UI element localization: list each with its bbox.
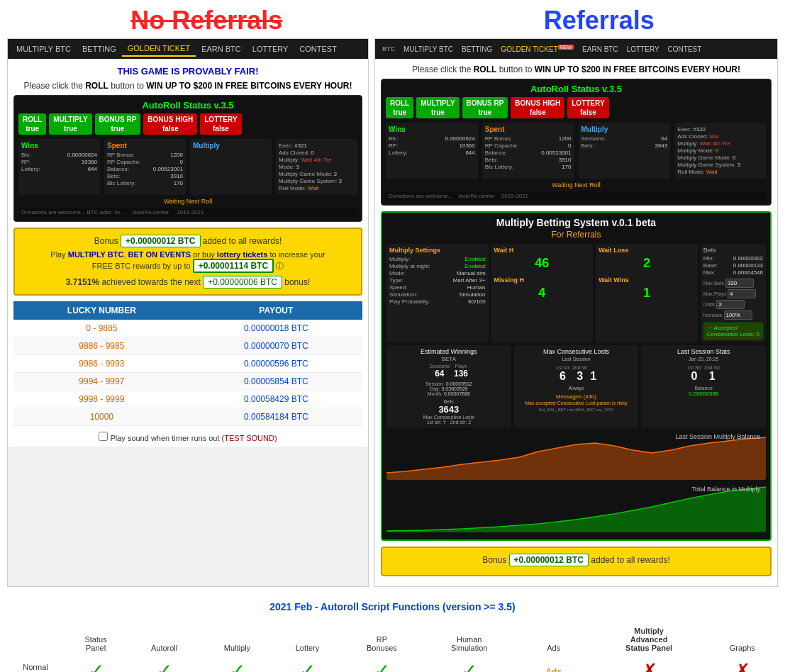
total-balance-chart-label: Total Balance in Multiply: [691, 486, 760, 493]
nav-r-lottery[interactable]: LOTTERY: [623, 43, 664, 56]
right-bonus-line: Bonus +0.00000012 BTC added to all rewar…: [391, 554, 762, 566]
normal-graphs: ✗: [707, 655, 778, 672]
r-toggle-lottery[interactable]: LOTTERYfalse: [567, 97, 608, 118]
wait-wins-val: 1: [599, 286, 695, 301]
col-empty: [7, 624, 64, 655]
comparison-section: 2021 Feb - Autoroll Script Functions (ve…: [0, 587, 785, 672]
col-status-panel: StatusPanel: [64, 624, 128, 655]
r-waiting-msg: Waiting Next Roll: [386, 181, 767, 189]
r-wins-title: Wins: [389, 125, 475, 133]
no-referrals-heading: No Referrals: [130, 6, 282, 35]
payout-value: 0.00584184 BTC: [190, 408, 362, 426]
last-session-chart-label: Last Session Multiply Balance: [675, 433, 760, 440]
col-payout: PAYOUT: [190, 301, 362, 320]
mult-controls-row2: Estimated WinningsBETA Sessions 64 Plays…: [386, 345, 766, 427]
no-referrals-panel: MULTIPLY BTC BETTING GOLDEN TICKET EARN …: [7, 38, 369, 587]
col-lottery: Lottery: [274, 624, 341, 655]
spent-title: Spent: [107, 142, 183, 150]
lucky-range: 9998 - 9999: [13, 391, 190, 408]
nav-multiply[interactable]: MULTIPLY BTC: [11, 42, 77, 56]
autoroll-title: AutoRoll Status v.3.5: [18, 100, 357, 111]
nav-r-btc[interactable]: BTC: [378, 43, 399, 55]
nav-contest[interactable]: CONTEST: [294, 42, 343, 56]
missing-h-val: 4: [494, 286, 591, 301]
wins-title: Wins: [21, 142, 97, 150]
multiply-title: Multiply: [193, 142, 269, 150]
r-toggle-bonus-high[interactable]: BONUS HIGHfalse: [511, 97, 564, 118]
toggle-bonus-high[interactable]: BONUS HIGHfalse: [143, 113, 197, 135]
normal-rp-bonuses: ✓: [341, 655, 422, 672]
nav-golden-ticket[interactable]: GOLDEN TICKET: [122, 41, 196, 57]
normal-multiply-advanced: ✗: [591, 655, 707, 672]
nav-r-golden[interactable]: GOLDEN TICKETNEW: [496, 42, 578, 56]
table-row: 9886 - 99850.00000070 BTC: [13, 337, 362, 355]
odds-input[interactable]: [716, 300, 745, 309]
lucky-range: 9994 - 9997: [13, 373, 190, 391]
lucky-range: 9886 - 9985: [13, 337, 190, 355]
referrals-heading: Referrals: [544, 6, 655, 35]
toggle-multiply[interactable]: MULTIPLYtrue: [49, 113, 91, 135]
nav-r-earn[interactable]: EARN BTC: [578, 43, 623, 56]
r-donation-bar: Donations are welcome... AutoRe.center 2…: [386, 191, 767, 201]
sound-checkbox[interactable]: [99, 432, 108, 441]
test-sound-link[interactable]: (TEST SOUND): [222, 434, 277, 442]
roll-message: Please click the ROLL button to WIN UP T…: [13, 79, 362, 95]
mult-bets-col: Bets Min:0.00000002 Base:0.00000133 Max:…: [701, 244, 766, 342]
max-bets-input[interactable]: [725, 279, 754, 288]
toggle-row: ROLLtrue MULTIPLYtrue BONUS RPtrue BONUS…: [18, 113, 357, 135]
comparison-title: 2021 Feb - Autoroll Script Functions (ve…: [7, 601, 778, 612]
r-wins-col: Wins Btc:0.00000624 RP:10360 Lottery:644: [386, 123, 478, 179]
r-toggle-multiply[interactable]: MULTIPLYtrue: [416, 97, 459, 118]
mult-controls-row1: Multiply Settings Multiply:Enabled Multi…: [386, 244, 766, 342]
max-plays-input[interactable]: [728, 289, 756, 298]
wins-col: Wins Btc:0.00000624 RP:10360 Lottery:644: [18, 139, 100, 195]
col-autoroll: Autoroll: [128, 624, 201, 655]
exec-col: Exec: #321 Ads Closed: 0 Multiply: Wait …: [276, 139, 357, 195]
next-bonus-amount: +0.00000006 BTC: [203, 276, 282, 289]
toggle-lottery[interactable]: LOTTERYfalse: [200, 113, 241, 135]
sound-check-label[interactable]: Play sound when timer runs out (TEST SOU…: [99, 434, 277, 442]
col-human-sim: HumanSimulation: [423, 624, 516, 655]
nav-r-contest[interactable]: CONTEST: [664, 43, 706, 56]
right-nav-bar: BTC MULTIPLY BTC BETTING GOLDEN TICKETNE…: [375, 39, 777, 59]
referrals-panel: BTC MULTIPLY BTC BETTING GOLDEN TICKETNE…: [374, 38, 778, 587]
multiply-link[interactable]: MULTIPLY BTC: [68, 250, 124, 259]
r-spent-title: Spent: [485, 125, 572, 133]
toggle-roll[interactable]: ROLLtrue: [18, 113, 46, 135]
bets-title: Bets: [703, 247, 763, 254]
nav-earn[interactable]: EARN BTC: [196, 42, 247, 56]
right-toggle-row: ROLLtrue MULTIPLYtrue BONUS RPtrue BONUS…: [386, 97, 767, 118]
nav-betting[interactable]: BETTING: [77, 42, 122, 56]
mult-wait-col: Wait H 46 Missing H 4: [491, 244, 594, 342]
left-panel-content: THIS GAME IS PROVABLY FAIR! Please click…: [8, 59, 368, 447]
nav-r-betting[interactable]: BETTING: [457, 43, 496, 56]
normal-human-sim: ✓: [423, 655, 516, 672]
lucky-range: 10000: [13, 408, 190, 426]
wait-h-title: Wait H: [494, 247, 591, 254]
bonus-amount: +0.00000012 BTC: [121, 235, 200, 247]
payout-value: 0.00058429 BTC: [190, 391, 362, 408]
bet-link[interactable]: BET ON EVENTS: [128, 250, 191, 259]
waiting-msg: Waiting Next Roll: [18, 198, 357, 205]
r-toggle-bonus-rp[interactable]: BONUS RPtrue: [462, 97, 508, 118]
col-multiply: Multiply: [201, 624, 274, 655]
right-status-grid: Wins Btc:0.00000624 RP:10360 Lottery:644…: [386, 123, 767, 179]
increase-input[interactable]: [724, 310, 752, 320]
missing-h-title: Missing H: [494, 276, 591, 284]
normal-status-panel: ✓: [64, 655, 128, 672]
toggle-bonus-rp[interactable]: BONUS RPtrue: [95, 113, 141, 135]
table-row: 9994 - 99970.00005854 BTC: [13, 373, 362, 391]
nav-lottery[interactable]: LOTTERY: [247, 42, 294, 56]
right-bonus-amount: +0.00000012 BTC: [509, 554, 589, 566]
normal-user-row: NormalUser ✓ ✓ ✓ ✓ ✓ ✓ Ads ✗ ✗: [7, 655, 778, 672]
total-balance-chart: Total Balance in Multiply: [386, 483, 766, 532]
lottery-link[interactable]: lottery tickets: [217, 250, 268, 259]
last-session-chart: Last Session Multiply Balance: [386, 430, 766, 480]
r-toggle-roll[interactable]: ROLLtrue: [386, 97, 413, 118]
accepted-btn[interactable]: → AcceptedConsecutive Losts: 5: [703, 323, 763, 340]
normal-autoroll: ✓: [128, 655, 201, 672]
wait-wins-title: Wait Wins: [599, 276, 695, 284]
max-consecutive-col: Max Consecutive LostsLast Session 1st st…: [514, 345, 639, 427]
table-row: 9998 - 99990.00058429 BTC: [13, 391, 362, 408]
nav-r-multiply[interactable]: MULTIPLY BTC: [399, 43, 457, 56]
